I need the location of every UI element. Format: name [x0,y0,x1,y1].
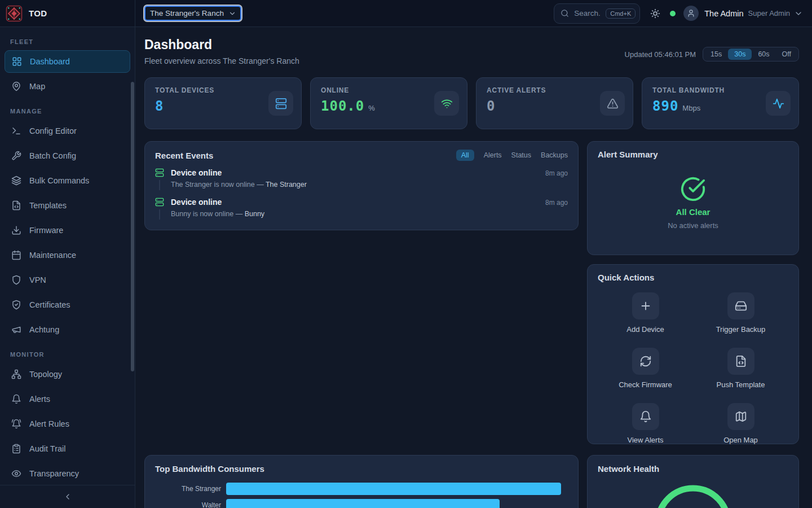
file-code-icon [735,355,747,367]
sun-icon[interactable] [650,8,660,19]
refresh-option-15s[interactable]: 15s [704,49,728,60]
bandwidth-card: Top Bandwidth Consumers The StrangerWalt… [144,455,579,508]
user-name: The Admin [704,9,743,18]
events-tab-alerts[interactable]: Alerts [484,151,502,159]
recent-events-title: Recent Events [155,151,213,160]
download-icon [11,225,21,235]
topology-icon [11,369,21,379]
network-health-title: Network Health [598,464,788,474]
fleet-selector[interactable]: The Stranger's Ranch [144,6,241,21]
terminal-icon [11,126,21,136]
quick-action-trigger-backup[interactable]: Trigger Backup [693,292,788,334]
sidebar-item-config-editor[interactable]: Config Editor [5,120,130,142]
stat-card-active-alerts: ACTIVE ALERTS0 [476,77,633,129]
sidebar-item-templates[interactable]: Templates [5,194,130,217]
quick-action-label: Check Firmware [619,380,672,389]
fleet-selector-value: The Stranger's Ranch [150,9,224,17]
map-icon [735,410,747,423]
alert-summary-subtext: No active alerts [668,221,718,230]
server-icon [155,168,164,177]
event-row[interactable]: Device online8m agoBunny is now online —… [155,198,568,220]
events-filter-tabs: AllAlertsStatusBackups [456,150,568,161]
user-menu-chevron-down-icon[interactable] [794,9,803,18]
clipboard-icon [11,444,21,454]
quick-action-add-device[interactable]: Add Device [598,292,693,334]
sidebar-item-label: Alerts [29,395,50,404]
content-grid: Recent Events AllAlertsStatusBackups Dev… [144,141,799,508]
search-box[interactable]: Cmd+K [554,3,640,24]
event-title: Device online [171,198,222,207]
quick-action-view-alerts[interactable]: View Alerts [598,403,693,444]
brand: TOD [0,0,135,27]
sidebar-item-firmware[interactable]: Firmware [5,219,130,242]
refresh-option-60s[interactable]: 60s [752,49,775,60]
sidebar-item-audit-trail[interactable]: Audit Trail [5,437,130,460]
quick-actions-title: Quick Actions [598,273,654,282]
sidebar-item-alert-rules[interactable]: Alert Rules [5,413,130,435]
events-tab-status[interactable]: Status [511,151,531,159]
sidebar-item-dashboard[interactable]: Dashboard [5,50,130,73]
event-device-name: Bunny [245,210,264,218]
alert-summary-status: All Clear [676,207,710,217]
stat-unit: Mbps [682,104,700,112]
sidebar-item-label: Dashboard [30,57,70,66]
search-icon [561,9,569,17]
sidebar-item-label: Maintenance [29,251,76,260]
network-health-gauge: 100 [651,481,735,508]
megaphone-icon [11,325,21,335]
bandwidth-bar [226,499,500,508]
events-tab-all[interactable]: All [456,150,474,161]
sidebar-item-vpn[interactable]: VPN [5,269,130,291]
sidebar-item-certificates[interactable]: Certificates [5,294,130,316]
quick-action-push-template[interactable]: Push Template [693,348,788,389]
shield-icon [11,275,21,285]
server-icon [155,198,164,207]
sidebar-item-maintenance[interactable]: Maintenance [5,244,130,266]
events-tab-backups[interactable]: Backups [541,151,568,159]
sidebar-section-label: MANAGE [5,100,130,120]
quick-action-icon-chip [632,403,659,430]
sidebar-item-label: Achtung [29,325,59,334]
sidebar-item-label: Transparency [29,469,79,478]
bandwidth-row: Walter [155,499,568,508]
quick-action-label: View Alerts [627,436,663,444]
sidebar-item-achtung[interactable]: Achtung [5,318,130,341]
sidebar-section-label: MONITOR [5,343,130,363]
topbar: TOD The Stranger's Ranch Cmd+K The Admin… [0,0,812,27]
alert-summary-title: Alert Summary [598,150,788,159]
event-description: The Stranger is now online — The Strange… [171,181,568,189]
alert-summary-card: Alert Summary All Clear No active alerts [587,141,799,255]
tod-logo-icon [6,5,23,22]
quick-action-open-map[interactable]: Open Map [693,403,788,444]
updated-timestamp: Updated 05:46:01 PM [625,50,696,59]
stat-card-total-bandwidth: TOTAL BANDWIDTH890Mbps [642,77,799,129]
bandwidth-device-label: Walter [155,501,226,508]
stat-card-online: ONLINE100.0% [310,77,467,129]
sidebar-item-batch-config[interactable]: Batch Config [5,144,130,167]
search-input[interactable] [573,8,602,18]
search-shortcut-badge: Cmd+K [606,8,636,19]
quick-action-label: Trigger Backup [716,325,766,334]
avatar[interactable] [683,6,699,21]
quick-action-check-firmware[interactable]: Check Firmware [598,348,693,389]
activity-icon [773,98,784,110]
sidebar-item-map[interactable]: Map [5,75,130,98]
bell-icon [11,394,21,404]
sidebar-scrollbar[interactable] [131,82,134,371]
sidebar-item-topology[interactable]: Topology [5,363,130,386]
sidebar-item-transparency[interactable]: Transparency [5,462,130,485]
dashboard-icon [12,56,22,67]
event-row[interactable]: Device online8m agoThe Stranger is now o… [155,168,568,190]
quick-action-label: Push Template [717,380,765,389]
wrench-icon [11,151,21,161]
quick-action-icon-chip [727,403,754,430]
sidebar-item-alerts[interactable]: Alerts [5,388,130,410]
sidebar-item-label: Batch Config [29,151,76,160]
map-pin-icon [11,81,21,91]
wifi-icon [441,98,453,110]
sidebar-item-bulk-commands[interactable]: Bulk Commands [5,169,130,192]
refresh-option-30s[interactable]: 30s [728,49,752,60]
sidebar-collapse-button[interactable] [0,485,135,508]
event-time: 8m ago [545,199,568,207]
refresh-option-off[interactable]: Off [776,49,797,60]
